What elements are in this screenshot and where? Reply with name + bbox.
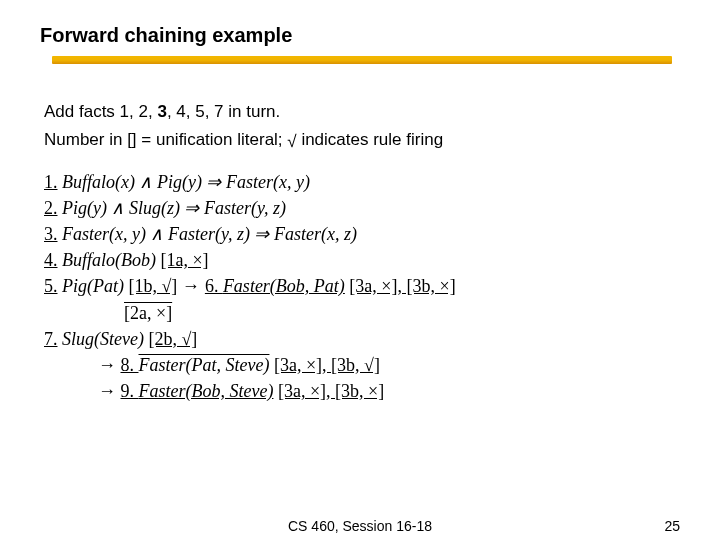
title-underline [52,56,672,64]
rule-number: 4. [44,250,58,270]
arrow-icon: → [182,276,205,296]
arrow-icon: → [98,355,116,375]
derived-number: 6. [205,276,223,296]
tag: [2a, ×] [124,303,172,323]
rule-body: Buffalo(Bob) [62,250,160,270]
rule-3: 3. Faster(x, y) ∧ Faster(y, z) ⇒ Faster(… [44,222,684,247]
rule-body: Slug(Steve) [62,329,148,349]
intro-text: Number in [] = unification literal; [44,130,287,149]
tag: [1b, √] [128,276,177,296]
rule-body: Pig(y) ∧ Slug(z) ⇒ Faster(y, z) [62,198,286,218]
intro-bold-3: 3 [157,102,166,121]
root-icon: √ [287,132,296,151]
derived-9: → 9. Faster(Bob, Steve) [3a, ×], [3b, ×] [44,379,684,404]
tag: [1a, ×] [160,250,208,270]
footer-course: CS 460, Session 16-18 [288,518,432,534]
intro-line-2: Number in [] = unification literal; √ in… [44,128,684,152]
tag: [2b, √] [148,329,197,349]
tag: , [3b, √] [322,355,380,375]
rule-body: Pig(Pat) [62,276,128,296]
derived-body: Faster(Pat, Steve) [139,355,270,375]
intro-text: Add facts 1, 2, [44,102,157,121]
derived-8: → 8. Faster(Pat, Steve) [3a, ×], [3b, √] [44,353,684,378]
rules-block: 1. Buffalo(x) ∧ Pig(y) ⇒ Faster(x, y) 2.… [44,170,684,405]
rule-body: Buffalo(x) ∧ Pig(y) ⇒ Faster(x, y) [62,172,310,192]
rule-number: 7. [44,329,58,349]
slide-title: Forward chaining example [40,24,292,47]
tag: , [3b, ×] [326,381,384,401]
intro-line-1: Add facts 1, 2, 3, 4, 5, 7 in turn. [44,100,684,124]
fact-4: 4. Buffalo(Bob) [1a, ×] [44,248,684,273]
rule-number: 3. [44,224,58,244]
rule-number: 2. [44,198,58,218]
derived-number: 8. [121,355,139,375]
fact-5: 5. Pig(Pat) [1b, √] → 6. Faster(Bob, Pat… [44,274,684,299]
rule-body: Faster(x, y) ∧ Faster(y, z) ⇒ Faster(x, … [62,224,357,244]
fact-7: 7. Slug(Steve) [2b, √] [44,327,684,352]
tag: , [3b, ×] [398,276,456,296]
intro-text: , 4, 5, 7 in turn. [167,102,280,121]
arrow-icon: → [98,381,116,401]
fact-5-cont: [2a, ×] [44,301,684,326]
derived-body: Faster(Bob, Steve) [139,381,274,401]
rule-2: 2. Pig(y) ∧ Slug(z) ⇒ Faster(y, z) [44,196,684,221]
rule-number: 5. [44,276,58,296]
rule-1: 1. Buffalo(x) ∧ Pig(y) ⇒ Faster(x, y) [44,170,684,195]
rule-number: 1. [44,172,58,192]
footer-page-number: 25 [664,518,680,534]
derived-body: Faster(Bob, Pat) [223,276,345,296]
tag: [3a, ×] [274,355,322,375]
tag: [3a, ×] [278,381,326,401]
tag: [3a, ×] [349,276,397,296]
intro-text: indicates rule firing [297,130,443,149]
derived-number: 9. [121,381,139,401]
slide-content: Add facts 1, 2, 3, 4, 5, 7 in turn. Numb… [44,100,684,405]
